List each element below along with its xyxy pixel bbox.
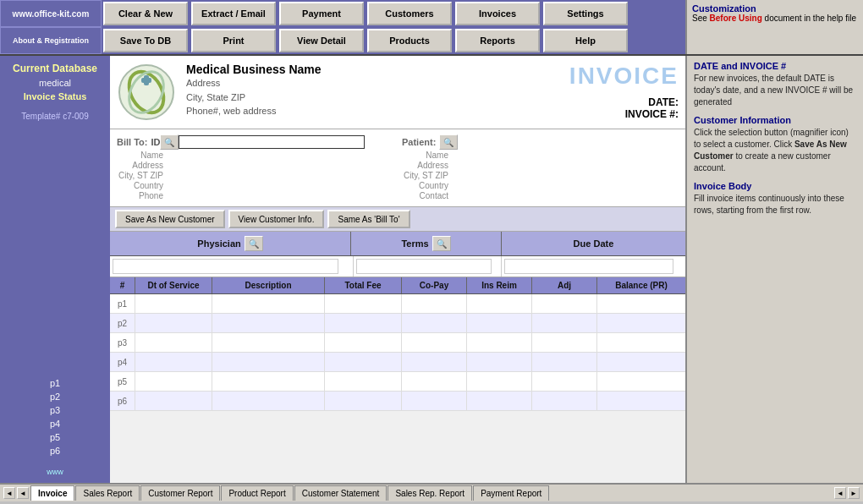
row-2-dt-input[interactable] [138, 315, 209, 331]
row-2-adj-input[interactable] [535, 315, 594, 331]
tab-product-report[interactable]: Product Report [221, 485, 293, 501]
row-2-copay[interactable] [402, 314, 467, 332]
help-button[interactable]: Help [543, 29, 628, 52]
row-5-ins-input[interactable] [470, 374, 529, 389]
row-3-fee-input[interactable] [327, 335, 399, 350]
clear-new-button[interactable]: Clear & New [103, 2, 188, 25]
row-1-copay-input[interactable] [404, 296, 464, 311]
tab-sales-rep-report[interactable]: Sales Rep. Report [388, 485, 472, 501]
view-detail-button[interactable]: View Detail [279, 29, 364, 52]
view-customer-info-button[interactable]: View Customer Info. [228, 210, 325, 228]
row-3-adj[interactable] [532, 333, 597, 352]
row-1-balance[interactable] [597, 294, 685, 313]
patient-magnifier-button[interactable]: 🔍 [439, 134, 458, 150]
row-2-fee[interactable] [325, 314, 402, 332]
row-5-desc[interactable] [212, 372, 325, 391]
settings-button[interactable]: Settings [543, 2, 628, 25]
row-4-dt[interactable] [135, 353, 212, 371]
row-1-fee-input[interactable] [327, 296, 399, 311]
row-3-ins-input[interactable] [470, 335, 529, 350]
extract-email-button[interactable]: Extract / Email [191, 2, 276, 25]
row-1-dt-input[interactable] [138, 296, 209, 311]
row-4-ins[interactable] [467, 353, 532, 371]
customers-button[interactable]: Customers [367, 2, 452, 25]
row-3-balance-input[interactable] [600, 335, 683, 350]
row-1-dt[interactable] [135, 294, 212, 313]
tab-customer-statement[interactable]: Customer Statement [294, 485, 388, 501]
same-as-bill-to-button[interactable]: Same As 'Bill To' [327, 210, 410, 228]
row-2-copay-input[interactable] [404, 315, 464, 331]
row-3-desc-input[interactable] [215, 335, 322, 350]
row-4-copay-input[interactable] [404, 354, 464, 370]
row-3-copay[interactable] [402, 333, 467, 352]
print-button[interactable]: Print [191, 29, 276, 52]
row-4-desc[interactable] [212, 353, 325, 371]
row-4-desc-input[interactable] [215, 354, 322, 370]
row-3-fee[interactable] [325, 333, 402, 352]
row-5-ins[interactable] [467, 372, 532, 391]
physician-input[interactable] [113, 259, 338, 274]
row-6-ins-input[interactable] [470, 393, 529, 408]
row-5-fee-input[interactable] [327, 374, 399, 389]
due-date-input[interactable] [504, 259, 673, 274]
tab-customer-report[interactable]: Customer Report [140, 485, 220, 501]
payment-button[interactable]: Payment [279, 2, 364, 25]
row-1-ins-input[interactable] [470, 296, 529, 311]
row-6-copay[interactable] [402, 392, 467, 410]
row-1-desc-input[interactable] [215, 296, 322, 311]
row-4-dt-input[interactable] [138, 354, 209, 370]
row-6-desc-input[interactable] [215, 393, 322, 408]
row-2-ins-input[interactable] [470, 315, 529, 331]
row-1-desc[interactable] [212, 294, 325, 313]
bill-to-id-input[interactable] [179, 135, 365, 149]
row-5-dt[interactable] [135, 372, 212, 391]
row-4-balance-input[interactable] [600, 354, 683, 370]
row-3-ins[interactable] [467, 333, 532, 352]
row-5-copay-input[interactable] [404, 374, 464, 389]
row-1-fee[interactable] [325, 294, 402, 313]
row-4-copay[interactable] [402, 353, 467, 371]
row-2-balance[interactable] [597, 314, 685, 332]
row-4-adj-input[interactable] [535, 354, 594, 370]
row-2-desc[interactable] [212, 314, 325, 332]
bill-to-magnifier-button[interactable]: 🔍 [160, 134, 179, 150]
save-to-db-button[interactable]: Save To DB [103, 29, 188, 52]
row-3-adj-input[interactable] [535, 335, 594, 350]
row-6-fee-input[interactable] [327, 393, 399, 408]
row-6-dt-input[interactable] [138, 393, 209, 408]
row-3-copay-input[interactable] [404, 335, 464, 350]
row-4-balance[interactable] [597, 353, 685, 371]
row-6-adj-input[interactable] [535, 393, 594, 408]
row-6-ins[interactable] [467, 392, 532, 410]
row-6-adj[interactable] [532, 392, 597, 410]
row-2-balance-input[interactable] [600, 315, 683, 331]
scroll-right-button[interactable]: ► [848, 487, 860, 499]
row-4-fee[interactable] [325, 353, 402, 371]
logo-button[interactable]: www.office-kit.com [0, 0, 102, 27]
row-1-ins[interactable] [467, 294, 532, 313]
row-5-adj[interactable] [532, 372, 597, 391]
row-5-adj-input[interactable] [535, 374, 594, 389]
terms-magnifier-button[interactable]: 🔍 [432, 236, 451, 251]
row-5-desc-input[interactable] [215, 374, 322, 389]
invoices-button[interactable]: Invoices [455, 2, 540, 25]
row-3-dt-input[interactable] [138, 335, 209, 350]
row-2-dt[interactable] [135, 314, 212, 332]
row-1-adj[interactable] [532, 294, 597, 313]
row-5-fee[interactable] [325, 372, 402, 391]
row-4-adj[interactable] [532, 353, 597, 371]
save-as-new-customer-button[interactable]: Save As New Customer [115, 210, 225, 228]
row-3-desc[interactable] [212, 333, 325, 352]
row-5-dt-input[interactable] [138, 374, 209, 389]
tab-nav-left2-button[interactable]: ◄ [17, 487, 29, 499]
row-3-dt[interactable] [135, 333, 212, 352]
row-4-ins-input[interactable] [470, 354, 529, 370]
tab-payment-report[interactable]: Payment Report [473, 485, 549, 501]
row-5-copay[interactable] [402, 372, 467, 391]
row-1-balance-input[interactable] [600, 296, 683, 311]
row-2-ins[interactable] [467, 314, 532, 332]
row-6-desc[interactable] [212, 392, 325, 410]
tab-nav-left-button[interactable]: ◄ [3, 487, 15, 499]
row-1-adj-input[interactable] [535, 296, 594, 311]
row-5-balance[interactable] [597, 372, 685, 391]
